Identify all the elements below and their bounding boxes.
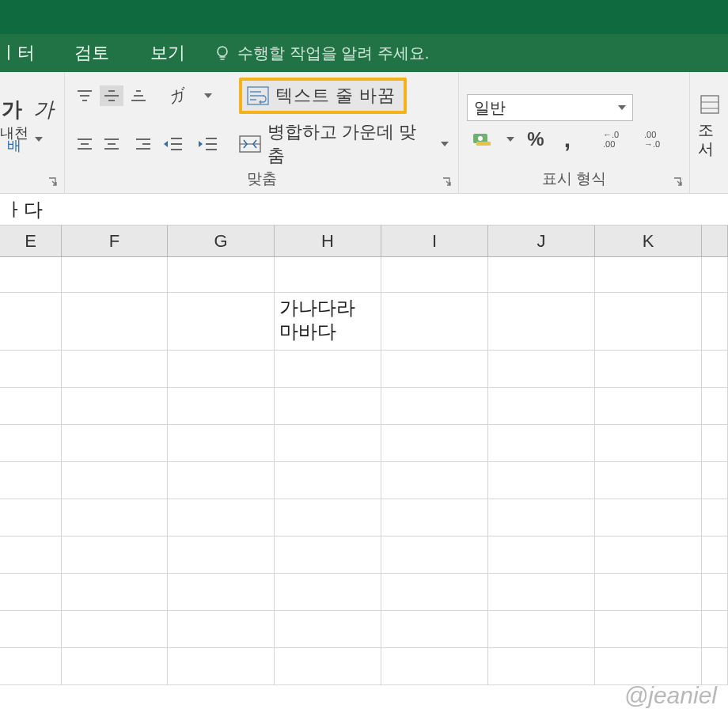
svg-text:.00: .00	[603, 139, 615, 149]
comma-button[interactable]: ,	[555, 127, 579, 151]
phonetic-bottom: 배	[7, 139, 21, 152]
table-row	[0, 425, 728, 462]
wrap-text-icon	[247, 86, 269, 105]
align-right-button[interactable]	[127, 134, 150, 154]
number-format-value: 일반	[474, 97, 506, 119]
table-row: 가나다라 마바다	[0, 293, 728, 351]
wrap-text-label: 텍스트 줄 바꿈	[275, 84, 396, 108]
horizontal-align-set	[73, 134, 150, 154]
phonetic-dropdown[interactable]	[33, 137, 44, 142]
col-header-J[interactable]: J	[488, 226, 595, 256]
svg-point-5	[478, 136, 483, 141]
increase-indent-button[interactable]	[196, 132, 220, 156]
merge-dropdown[interactable]	[439, 142, 450, 146]
col-header-E[interactable]: E	[0, 226, 62, 256]
tell-me-label: 수행할 작업을 알려 주세요.	[237, 43, 429, 64]
number-group-label: 표시 형식	[467, 169, 681, 191]
ribbon-group-number: 일반 % , ←.0.00 .00→.0 표시 형식	[459, 72, 690, 193]
dialog-launcher-icon[interactable]	[48, 177, 59, 188]
wrap-text-button[interactable]: 텍스트 줄 바꿈	[239, 78, 407, 114]
tab-data[interactable]: ㅣ터	[0, 41, 54, 65]
clipped-label-2: 서	[698, 142, 714, 156]
lightbulb-icon	[214, 44, 231, 62]
align-center-button[interactable]	[100, 134, 123, 154]
vertical-align-set	[73, 85, 150, 106]
alignment-group-label: 맞춤	[73, 169, 450, 191]
decrease-indent-button[interactable]	[161, 132, 185, 156]
accounting-dropdown[interactable]	[505, 137, 516, 142]
merge-center-button[interactable]: 병합하고 가운데 맞춤	[239, 120, 450, 168]
number-format-combo[interactable]: 일반	[467, 94, 633, 121]
phonetic-guide-button[interactable]: 내천 배	[0, 127, 28, 151]
merge-label: 병합하고 가운데 맞춤	[267, 120, 433, 168]
svg-point-0	[218, 47, 227, 56]
worksheet-grid[interactable]: 가나다라 마바다	[0, 257, 728, 685]
tab-review[interactable]: 검토	[54, 41, 130, 65]
table-row	[0, 462, 728, 499]
table-row	[0, 257, 728, 293]
col-header-H[interactable]: H	[275, 226, 381, 256]
svg-text:.00: .00	[644, 130, 656, 139]
align-bottom-button[interactable]	[127, 85, 150, 106]
formula-bar[interactable]: ㅏ다	[0, 194, 728, 226]
table-row	[0, 351, 728, 388]
tell-me[interactable]: 수행할 작업을 알려 주세요.	[214, 43, 429, 64]
table-row	[0, 648, 728, 685]
ribbon-tabs: ㅣ터 검토 보기 수행할 작업을 알려 주세요.	[0, 34, 728, 72]
col-header-I[interactable]: I	[381, 226, 488, 256]
chevron-down-icon	[618, 105, 626, 110]
increase-decimal-button[interactable]: ←.0.00	[598, 127, 631, 151]
table-row	[0, 388, 728, 425]
col-header-next[interactable]	[702, 226, 728, 256]
table-row	[0, 537, 728, 574]
tab-view[interactable]: 보기	[130, 41, 206, 65]
cell-H2[interactable]: 가나다라 마바다	[275, 293, 381, 350]
svg-text:←.0: ←.0	[603, 130, 619, 139]
svg-text:ガ: ガ	[166, 85, 187, 106]
ribbon-group-font: 가 가 내천 배	[0, 72, 65, 193]
formula-bar-text: ㅏ다	[5, 197, 43, 222]
ribbon-group-clipped: 조 서	[690, 72, 726, 193]
align-left-button[interactable]	[73, 134, 97, 154]
svg-text:→.0: →.0	[644, 139, 660, 149]
accounting-format-button[interactable]	[467, 127, 497, 151]
col-header-F[interactable]: F	[62, 226, 168, 256]
table-row	[0, 611, 728, 648]
dialog-launcher-icon[interactable]	[673, 177, 684, 188]
percent-button[interactable]: %	[524, 127, 548, 151]
column-headers: E F G H I J K	[0, 226, 728, 257]
orientation-dropdown[interactable]	[203, 93, 214, 98]
col-header-K[interactable]: K	[595, 226, 702, 256]
col-header-G[interactable]: G	[168, 226, 275, 256]
orientation-button[interactable]: ガ	[161, 84, 191, 108]
clipped-label-1: 조	[698, 123, 714, 137]
italic-button[interactable]: 가	[32, 97, 55, 121]
align-top-button[interactable]	[73, 85, 97, 106]
conditional-format-button[interactable]	[698, 93, 722, 116]
merge-icon	[239, 135, 261, 153]
table-row	[0, 574, 728, 611]
svg-rect-6	[476, 142, 491, 146]
dialog-launcher-icon[interactable]	[442, 177, 453, 188]
table-row	[0, 499, 728, 537]
watermark: @jeaniel	[624, 682, 717, 709]
ribbon: 가 가 내천 배	[0, 72, 728, 194]
svg-rect-11	[701, 96, 719, 113]
titlebar	[0, 0, 728, 34]
ribbon-group-alignment: ガ 텍스트 줄 바꿈	[65, 72, 459, 193]
font-group-label	[0, 172, 56, 191]
decrease-decimal-button[interactable]: .00→.0	[639, 127, 673, 151]
align-middle-button[interactable]	[100, 85, 123, 106]
bold-button[interactable]: 가	[0, 97, 24, 121]
